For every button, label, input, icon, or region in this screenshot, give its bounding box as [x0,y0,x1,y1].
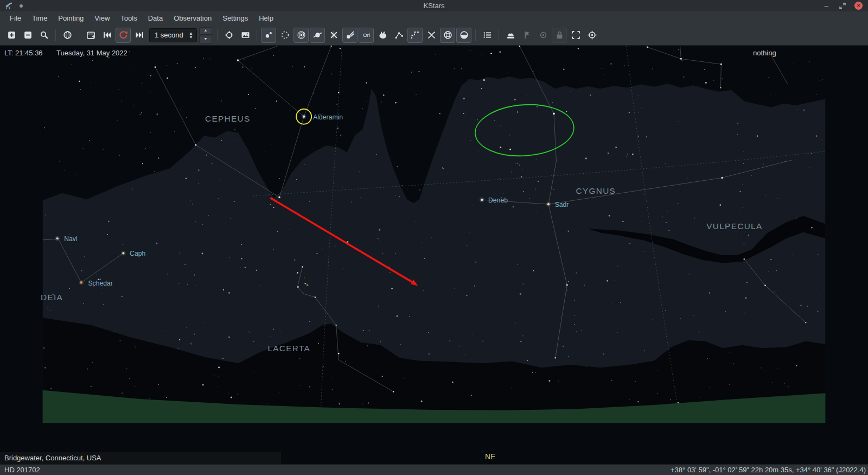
menu-observation[interactable]: Observation [168,12,217,24]
eyepiece-icon [539,30,548,40]
globe-icon [63,30,72,40]
toggle-constellation-lines-button[interactable] [391,28,406,43]
dome-icon [506,30,515,40]
stop-clock-icon [119,30,128,40]
toggle-constellation-art-button[interactable] [375,28,390,43]
main-toolbar: 1 second▲▼▲▼Ori [0,25,868,46]
focus-info-readout: nothing [753,49,776,57]
status-object-name: HD 201702 [0,466,40,474]
constellation-label-lacerta: LACERTA [267,344,310,353]
constellation-label-vulpecula: VULPECULA [706,221,762,231]
toggle-stars-button[interactable] [261,28,276,43]
minimize-button[interactable]: – [822,2,831,10]
date-readout: Tuesday, 31 May 2022 [56,49,127,57]
maximize-button[interactable] [838,2,847,10]
star-label-alderamin: Alderamin [313,113,343,121]
whats-interesting-button[interactable] [480,28,495,43]
image-icon [241,30,250,40]
toggle-coordinate-grid-button[interactable] [440,28,455,43]
zoom-in-button[interactable] [4,28,19,43]
toggle-ground-button[interactable] [456,28,471,43]
menu-tools[interactable]: Tools [115,12,142,24]
star-label-navi: Navi [64,235,77,243]
toggle-flags-button [519,28,534,43]
eq-grid-icon [443,30,452,40]
toolbar-separator [55,29,56,41]
ekos-observatory-button[interactable] [503,28,518,43]
toolbar-separator [79,29,79,41]
rewind-time-button[interactable] [99,28,114,43]
set-time-button[interactable] [83,28,98,43]
menu-help[interactable]: Help [253,12,279,24]
constellation-label-cygnus: CYGNUS [576,186,616,195]
compass-label-ne: NE [485,452,495,461]
find-icon [40,30,49,40]
toggle-planets-button[interactable] [310,28,325,43]
spinner-chevrons-icon[interactable]: ▲▼ [189,31,196,39]
menu-pointing[interactable]: Pointing [53,12,89,24]
zoom-in-icon [7,30,16,40]
focus-target-icon [225,30,234,40]
time-step-down-button[interactable]: ▼ [199,36,212,43]
star-label-deneb: Deneb [488,197,508,204]
fullscreen-icon [571,30,580,40]
solar-system-icon [297,30,306,40]
constellation-label-cassiopeia: DEIA [41,293,63,302]
time-step-combobox[interactable]: 1 second▲▼ [149,28,197,42]
comet-icon [346,30,355,40]
time-step-up-button[interactable]: ▲ [199,27,212,35]
constellation-label-cepheus: CEPHEUS [205,114,251,123]
star-label-schedar: Schedar [88,280,112,287]
title-bar: KStars – ✕ [0,0,868,11]
toolbar-separator [499,29,499,41]
menu-settings[interactable]: Settings [217,12,253,24]
capture-image-button[interactable] [238,28,253,43]
sky-canvas[interactable]: CEPHEUSCYGNUSVULPECULALACERTADEIAAlderam… [0,46,868,464]
list-icon [483,30,492,40]
menu-bar: FileTimePointingViewToolsDataObservation… [0,11,868,25]
planet-icon [313,30,322,40]
sky-map[interactable]: CEPHEUSCYGNUSVULPECULALACERTADEIAAlderam… [0,46,868,464]
status-bar: HD 201702 +38° 03' 59", -01° 02' 59" 22h… [0,464,868,475]
toggle-deep-sky-objects-button[interactable] [277,28,292,43]
toggle-solar-system-button[interactable] [293,28,309,43]
stars-icon [264,30,273,40]
focus-position-button[interactable] [221,28,237,43]
dso-icon [280,30,290,40]
time-step-control: 1 second▲▼▲▼ [149,27,212,43]
const-art-icon [378,30,387,40]
kstars-window: KStars – ✕ FileTimePointingViewToolsData… [0,0,868,475]
toggle-eyepiece-view-button [535,28,551,43]
geographic-location-readout: Bridgewater, Connecticut, USA [0,452,281,464]
menu-data[interactable]: Data [143,12,168,24]
fullscreen-mode-button[interactable] [568,28,583,43]
const-names-icon: Ori [362,30,371,40]
stop-clock-button[interactable] [116,28,131,43]
time-step-value: 1 second [150,31,189,39]
star-label-caph: Caph [130,250,145,257]
toggle-constellation-boundaries-button[interactable] [407,28,423,43]
toggle-constellation-names-button[interactable]: Ori [359,28,374,43]
toolbar-separator [257,29,257,41]
telescope-crosshair-button[interactable] [584,28,599,43]
time-set-icon [86,30,95,40]
menu-file[interactable]: File [4,12,27,24]
svg-text:Ori: Ori [363,32,370,38]
geographic-location-button[interactable] [60,28,75,43]
toolbar-separator [475,29,476,41]
window-title: KStars [0,2,868,10]
menu-time[interactable]: Time [27,12,53,24]
menu-view[interactable]: View [89,12,115,24]
toggle-comets-button[interactable] [342,28,358,43]
find-object-button[interactable] [36,28,52,43]
rewind-icon [103,30,112,40]
zoom-out-button[interactable] [20,28,35,43]
const-boundaries-icon [411,30,420,40]
close-button[interactable]: ✕ [854,2,863,10]
toggle-supernovae-button[interactable] [326,28,341,43]
advance-time-button[interactable] [132,28,147,43]
lock-telescope-button [552,28,567,43]
forward-icon [135,30,144,40]
flag-icon [522,30,532,40]
toggle-milky-way-button[interactable] [424,28,439,43]
